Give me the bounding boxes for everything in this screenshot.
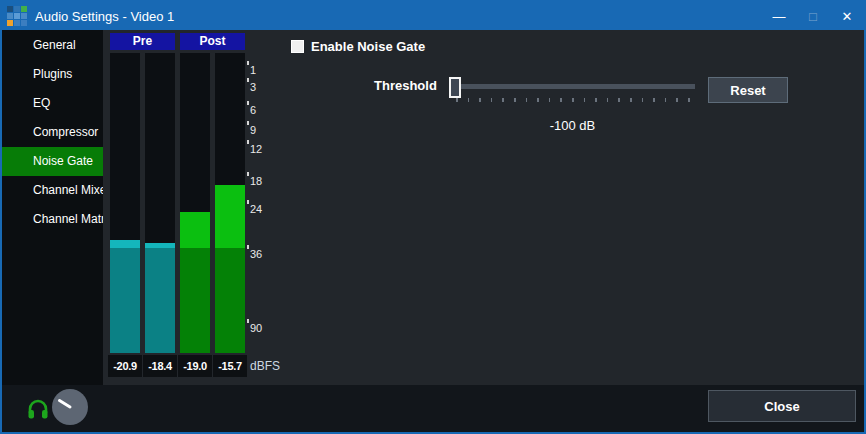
logo-square — [21, 6, 27, 12]
sidebar-item-plugins[interactable]: Plugins — [2, 60, 103, 89]
content-area: dBFS Enable Noise Gate Threshold -100 dB… — [103, 30, 864, 385]
slider-tick — [595, 98, 597, 102]
slider-tick — [572, 98, 574, 102]
meter-bar-dark-segment — [110, 248, 140, 353]
slider-tick — [514, 98, 516, 102]
slider-tick — [549, 98, 551, 102]
slider-tick — [502, 98, 504, 102]
logo-square — [7, 20, 13, 26]
scale-label-36: 36 — [250, 249, 262, 260]
logo-square — [14, 13, 20, 19]
reset-button[interactable]: Reset — [708, 77, 788, 103]
meter-bar-bright-segment — [180, 212, 210, 248]
sidebar-item-channel-matrix[interactable]: Channel Matrix — [2, 205, 103, 234]
slider-tick — [468, 98, 470, 102]
threshold-slider-track[interactable] — [450, 84, 695, 89]
slider-tick — [653, 98, 655, 102]
slider-tick — [456, 98, 458, 102]
scale-label-12: 12 — [250, 144, 262, 155]
close-window-button[interactable]: ✕ — [830, 2, 864, 30]
scale-label-6: 6 — [250, 105, 256, 116]
scale-tick-mark — [247, 101, 249, 105]
threshold-label: Threshold — [374, 78, 437, 93]
logo-square — [7, 13, 13, 19]
slider-tick — [607, 98, 609, 102]
threshold-slider-thumb[interactable] — [449, 77, 461, 98]
scale-tick-mark — [247, 319, 249, 323]
scale-tick-mark — [247, 61, 249, 65]
enable-noise-gate-checkbox[interactable] — [291, 40, 304, 53]
scale-tick-mark — [247, 200, 249, 204]
threshold-value-label: -100 dB — [450, 118, 695, 133]
meter-column — [180, 53, 210, 353]
logo-square — [21, 13, 27, 19]
scale-label-24: 24 — [250, 204, 262, 215]
meter-value-post-2: -15.7 — [213, 355, 247, 377]
enable-noise-gate-label: Enable Noise Gate — [311, 39, 425, 54]
footer-bar: Close — [2, 385, 864, 432]
meter-column — [110, 53, 140, 353]
meter-bar-dark-segment — [145, 248, 175, 353]
meter-column — [215, 53, 245, 353]
meter-value-pre-2: -18.4 — [143, 355, 177, 377]
sidebar-item-general[interactable]: General — [2, 31, 103, 60]
maximize-button: □ — [796, 2, 830, 30]
slider-tick — [630, 98, 632, 102]
slider-tick — [665, 98, 667, 102]
meter-value-pre-1: -20.9 — [108, 355, 142, 377]
slider-tick — [676, 98, 678, 102]
scale-tick-mark — [247, 172, 249, 176]
slider-tick — [479, 98, 481, 102]
logo-square — [14, 20, 20, 26]
window-title: Audio Settings - Video 1 — [35, 9, 762, 24]
logo-square — [7, 6, 13, 12]
logo-square — [14, 6, 20, 12]
meter-bar-bright-segment — [110, 240, 140, 248]
scale-tick-mark — [247, 140, 249, 144]
scale-label-1: 1 — [250, 65, 256, 76]
slider-tick — [584, 98, 586, 102]
dialog-body: GeneralPluginsEQCompressorNoise GateChan… — [2, 30, 864, 385]
minimize-button[interactable]: — — [762, 2, 796, 30]
meter-column — [145, 53, 175, 353]
sidebar-item-eq[interactable]: EQ — [2, 89, 103, 118]
slider-tick — [688, 98, 690, 102]
meter-bar-dark-segment — [215, 248, 245, 353]
slider-tick — [491, 98, 493, 102]
scale-tick-mark — [247, 78, 249, 82]
slider-tick — [526, 98, 528, 102]
vmix-logo-icon — [7, 6, 27, 26]
meter-header-post: Post — [180, 33, 245, 50]
scale-label-90: 90 — [250, 323, 262, 334]
title-bar: Audio Settings - Video 1 — □ ✕ — [2, 2, 864, 30]
slider-tick — [537, 98, 539, 102]
meter-bar-dark-segment — [180, 248, 210, 353]
audio-settings-window: Audio Settings - Video 1 — □ ✕ GeneralPl… — [0, 0, 866, 434]
window-controls: — □ ✕ — [762, 2, 864, 30]
sidebar: GeneralPluginsEQCompressorNoise GateChan… — [2, 30, 103, 385]
slider-tick — [642, 98, 644, 102]
scale-label-18: 18 — [250, 176, 262, 187]
slider-tick — [560, 98, 562, 102]
sidebar-item-noise-gate[interactable]: Noise Gate — [2, 147, 103, 176]
meter-value-post-1: -19.0 — [178, 355, 212, 377]
meter-bar-bright-segment — [215, 185, 245, 248]
scale-label-3: 3 — [250, 82, 256, 93]
meter-header-pre: Pre — [110, 33, 175, 50]
scale-label-9: 9 — [250, 125, 256, 136]
sidebar-item-channel-mixer[interactable]: Channel Mixer — [2, 176, 103, 205]
headphones-icon[interactable] — [27, 398, 49, 424]
logo-square — [21, 20, 27, 26]
volume-knob[interactable] — [51, 388, 89, 430]
slider-tick — [618, 98, 620, 102]
scale-tick-mark — [247, 121, 249, 125]
close-button[interactable]: Close — [708, 390, 856, 422]
sidebar-item-compressor[interactable]: Compressor — [2, 118, 103, 147]
dbfs-unit-label: dBFS — [250, 355, 280, 377]
scale-tick-mark — [247, 245, 249, 249]
